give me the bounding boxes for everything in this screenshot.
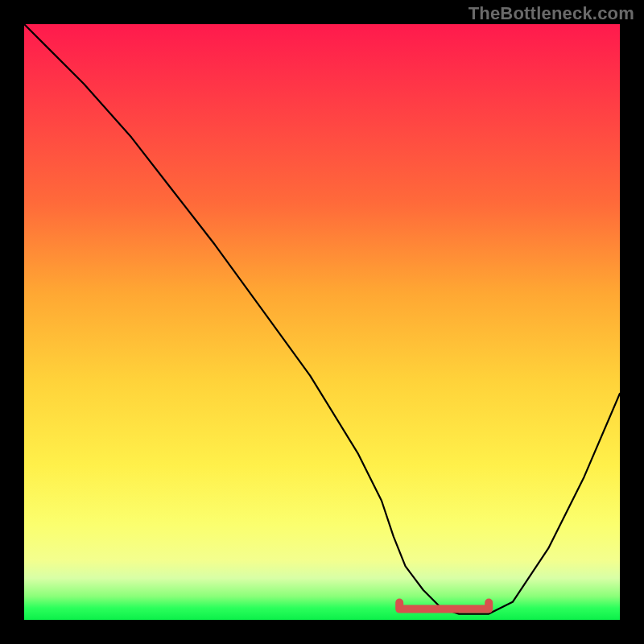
chart-frame: TheBottleneck.com <box>0 0 644 644</box>
optimal-range-marker <box>399 603 489 609</box>
bottleneck-curve <box>24 24 620 614</box>
chart-svg <box>24 24 620 620</box>
watermark-text: TheBottleneck.com <box>469 3 634 24</box>
plot-area <box>24 24 620 620</box>
